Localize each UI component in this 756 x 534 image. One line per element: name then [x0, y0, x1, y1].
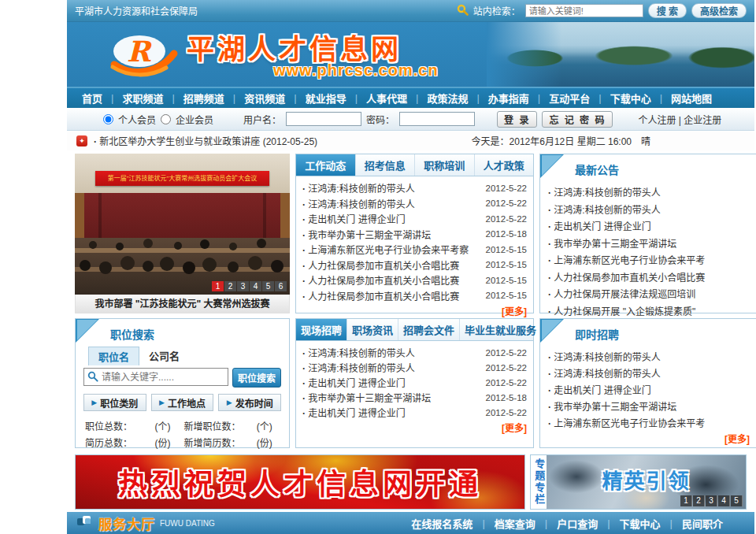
news-link[interactable]: 走出机关门 进得企业门: [302, 376, 483, 389]
list-item: 走出机关门 进得企业门2012-5-22: [302, 405, 527, 420]
photo-page-4[interactable]: 4: [250, 281, 261, 291]
photo-page-2[interactable]: 2: [224, 281, 236, 291]
list-item: 汪鸿涛:科技创新的带头人2012-5-22: [302, 196, 527, 212]
photo-page-1[interactable]: 1: [212, 281, 224, 291]
news-link[interactable]: 走出机关门 进得企业门: [302, 406, 483, 419]
username-input[interactable]: [286, 112, 361, 126]
link-download-center[interactable]: 下载中心: [610, 516, 670, 531]
news-link[interactable]: 人力社保局参加市直机关小合唱比赛: [302, 258, 483, 272]
company-member-radio[interactable]: [161, 114, 171, 124]
more-link[interactable]: [更多]: [296, 303, 533, 317]
login-button[interactable]: 登 录: [497, 111, 537, 128]
nav-item-policy[interactable]: 政策法规: [418, 91, 476, 106]
photo-caption[interactable]: 我市部署 "江苏技能状元" 大赛常州选拔赛: [75, 295, 290, 313]
more-link[interactable]: [更多]: [540, 431, 756, 445]
top-utility-bar: 平湖市人力资源和社会保障局 站内检索： 搜 索 高级检索: [67, 0, 754, 22]
news-link[interactable]: 人力社保局参加市直机关小合唱比赛: [302, 289, 483, 302]
nav-item-sitemap[interactable]: 网站地图: [662, 91, 721, 106]
announcement-link[interactable]: 走出机关门 进得企业门: [548, 219, 750, 232]
elite-page-2[interactable]: 2: [693, 495, 705, 506]
link-hukou-query[interactable]: 户口查询: [547, 516, 607, 531]
personal-member-radio[interactable]: [103, 114, 113, 124]
elite-page-3[interactable]: 3: [706, 495, 717, 506]
news-link[interactable]: 我市举办第十三期金平湖讲坛: [302, 228, 483, 241]
nav-item-hr-agency[interactable]: 人事代理: [358, 91, 416, 106]
announcement-link[interactable]: 人力社保局开展 "入企锻炼提素质": [548, 304, 750, 317]
company-member-label[interactable]: 企业会员: [176, 113, 213, 126]
announcement-link[interactable]: 人力社保局参加市直机关小合唱比赛: [548, 270, 750, 284]
tab-work-news[interactable]: 工作动态: [296, 154, 356, 176]
tab-position-name[interactable]: 职位名: [88, 347, 139, 365]
tab-jobfair-files[interactable]: 招聘会文件: [398, 319, 460, 340]
photo-slider[interactable]: 第一届"江苏技能状元"大赛常州选拔赛动员会扩大会议 1 2 3 4 5 6 我市…: [75, 154, 290, 313]
celebration-banner[interactable]: 热烈祝贺人才信息网开通: [75, 454, 525, 510]
site-search-input[interactable]: [525, 4, 643, 17]
photo-page-5[interactable]: 5: [262, 281, 274, 291]
elite-banner-photo[interactable]: 精英引领 1 2 3 4 5: [547, 455, 746, 509]
recruit-news-panel: 现场招聘 职场资讯 招聘会文件 毕业生就业服务 汪鸿涛:科技创新的带头人2012…: [295, 318, 534, 448]
link-private-agency[interactable]: 民间职介: [673, 516, 732, 531]
photo-page-6[interactable]: 6: [275, 281, 287, 291]
link-online-registration[interactable]: 在线报名系统: [402, 516, 482, 531]
personal-member-label[interactable]: 个人会员: [118, 113, 156, 126]
panel-corner-decoration: [540, 154, 564, 178]
recruit-link[interactable]: 我市举办第十三期金平湖讲坛: [548, 399, 750, 413]
search-button[interactable]: 搜 索: [648, 3, 687, 18]
announcement-link[interactable]: 人力社保局开展法律法规巡回培训: [548, 287, 750, 300]
announcement-link[interactable]: 汪鸿涛:科技创新的带头人: [548, 202, 750, 216]
tab-graduate-service[interactable]: 毕业生就业服务: [460, 319, 541, 340]
filter-job-category[interactable]: ▶职位类别: [83, 394, 146, 411]
forgot-password-button[interactable]: 忘 记 密 码: [542, 111, 613, 128]
news-link[interactable]: 汪鸿涛:科技创新的带头人: [302, 197, 483, 210]
nav-item-jobseek[interactable]: 求职频道: [113, 91, 172, 106]
site-url[interactable]: www.phrcsc.com.cn: [273, 61, 439, 80]
photo-page-3[interactable]: 3: [237, 281, 249, 291]
elite-page-1[interactable]: 1: [680, 495, 692, 506]
news-link[interactable]: 汪鸿涛:科技创新的带头人: [302, 361, 483, 374]
recruit-link[interactable]: 汪鸿涛:科技创新的带头人: [548, 350, 750, 363]
filter-post-time[interactable]: ▶发布时间: [218, 394, 281, 411]
tab-exam-info[interactable]: 招考信息: [356, 154, 416, 176]
announcement-link[interactable]: 汪鸿涛:科技创新的带头人: [548, 185, 750, 198]
job-keyword-input[interactable]: [83, 368, 228, 386]
nav-item-recruit[interactable]: 招聘频道: [175, 91, 233, 106]
ticker-news-link[interactable]: 新北区举办大学生创业与就业政策讲座 (2012-05-25): [94, 134, 317, 147]
advanced-search-button[interactable]: 高级检索: [691, 3, 747, 18]
news-date: 2012-5-22: [486, 348, 527, 358]
recruit-link[interactable]: 上海浦东新区光电子行业协会来平考: [548, 416, 750, 429]
job-search-button[interactable]: 职位搜索: [232, 368, 281, 388]
arrow-right-icon: ▶: [159, 399, 165, 406]
elite-page-5[interactable]: 5: [731, 495, 743, 506]
announcement-link[interactable]: 上海浦东新区光电子行业协会来平考: [548, 253, 750, 266]
news-link[interactable]: 人力社保局参加市直机关小合唱比赛: [302, 273, 483, 287]
announcement-link[interactable]: 我市举办第十三期金平湖讲坛: [548, 236, 750, 250]
company-register-link[interactable]: 企业注册: [684, 115, 721, 126]
nav-item-guidance[interactable]: 就业指导: [297, 91, 355, 106]
tab-career-news[interactable]: 职场资讯: [347, 319, 398, 340]
recruit-link[interactable]: 汪鸿涛:科技创新的带头人: [548, 366, 750, 380]
password-input[interactable]: [399, 112, 475, 126]
news-link[interactable]: 汪鸿涛:科技创新的带头人: [302, 181, 483, 195]
tab-onsite-recruit[interactable]: 现场招聘: [296, 319, 347, 340]
nav-item-download[interactable]: 下载中心: [602, 91, 660, 106]
link-archive-query[interactable]: 档案查询: [485, 516, 545, 531]
elite-page-4[interactable]: 4: [718, 495, 730, 506]
tab-company-name[interactable]: 公司名: [139, 347, 189, 365]
stat-new-jobs-unit: (个): [249, 419, 280, 432]
nav-item-news[interactable]: 资讯频道: [235, 91, 294, 106]
more-link[interactable]: [更多]: [296, 420, 533, 434]
news-link[interactable]: 走出机关门 进得企业门: [302, 212, 483, 225]
news-link[interactable]: 我市举办第十三期金平湖讲坛: [302, 391, 483, 404]
nav-item-interaction[interactable]: 互动平台: [540, 91, 598, 106]
conference-photo[interactable]: 第一届"江苏技能状元"大赛常州选拔赛动员会扩大会议 1 2 3 4 5 6: [75, 154, 290, 295]
recruit-link[interactable]: 走出机关门 进得企业门: [548, 383, 750, 396]
news-link[interactable]: 上海浦东新区光电子行业协会来平考察: [302, 243, 483, 256]
personal-register-link[interactable]: 个人注册: [638, 115, 676, 126]
nav-item-home[interactable]: 首页: [73, 91, 111, 106]
tab-title-training[interactable]: 职称培训: [415, 154, 475, 176]
news-link[interactable]: 汪鸿涛:科技创新的带头人: [302, 346, 483, 359]
filter-work-location[interactable]: ▶工作地点: [151, 394, 214, 411]
nav-item-service-guide[interactable]: 办事指南: [480, 91, 538, 106]
job-search-tabs: 职位名 公司名: [88, 347, 289, 365]
tab-talent-policy[interactable]: 人才政策: [475, 154, 534, 176]
